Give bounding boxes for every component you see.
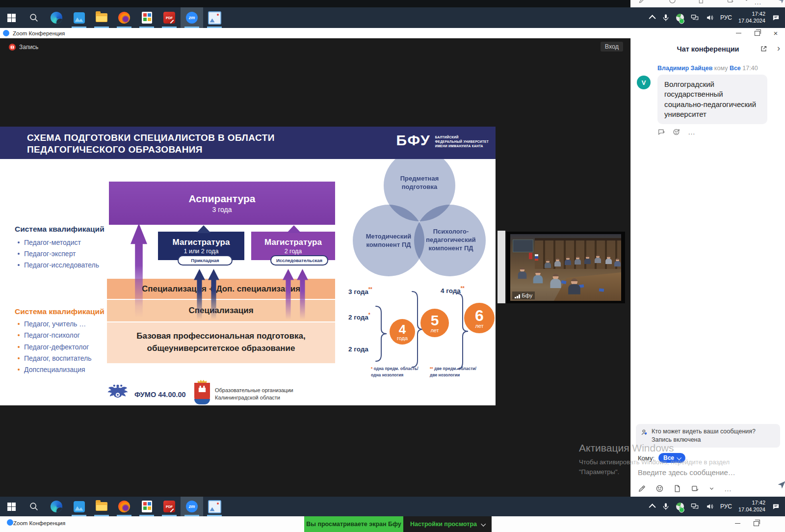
system-tray: РУС 17:4217.04.2024 <box>651 11 785 25</box>
action-center-icon[interactable] <box>772 503 780 510</box>
taskbar-photos[interactable] <box>68 497 90 516</box>
years-circle-6: 6лет <box>464 303 495 333</box>
participant <box>595 255 601 263</box>
add-reaction-icon[interactable] <box>673 128 680 136</box>
network-icon[interactable] <box>690 503 699 510</box>
taskbar-bottom: PDF zm РУС 17:4217.04.2024 <box>0 497 785 516</box>
file-icon <box>697 0 705 4</box>
minimize-button[interactable] <box>729 28 748 38</box>
microphone-icon[interactable] <box>662 503 670 510</box>
video-panel-handle[interactable] <box>497 231 505 303</box>
photos-icon <box>74 501 85 512</box>
qual-bottom-item: Педагог, учитель … <box>18 320 86 328</box>
defender-icon[interactable] <box>675 13 685 23</box>
volume-icon[interactable] <box>706 14 714 22</box>
file-icon[interactable] <box>673 484 681 493</box>
taskbar-document[interactable] <box>135 7 158 28</box>
tray-date: 17.04.2024 <box>738 506 765 512</box>
screenshot-icon[interactable] <box>691 484 699 493</box>
taskbar-zoom[interactable]: zm <box>181 7 203 28</box>
folder-icon <box>96 502 107 511</box>
image-viewer-icon <box>208 500 221 513</box>
clock[interactable]: 17:4217.04.2024 <box>738 11 765 25</box>
microphone-icon[interactable] <box>662 14 670 22</box>
reply-icon[interactable] <box>657 128 665 136</box>
years-circle-5: 5лет <box>420 309 449 337</box>
message-actions: … <box>657 128 778 136</box>
taskbar-edge[interactable] <box>45 497 68 516</box>
participant <box>565 257 571 265</box>
popout-icon[interactable] <box>760 45 767 53</box>
years5-unit: лет <box>430 327 439 333</box>
restore-button[interactable] <box>747 518 765 529</box>
magistratura-applied-title: Магистратура <box>158 238 244 247</box>
taskbar-firefox[interactable] <box>113 497 135 516</box>
signin-button[interactable]: Вход <box>601 42 623 52</box>
viewing-screen-text: Вы просматриваете экран Бфу <box>306 521 401 528</box>
message-to-label: кому <box>714 65 728 72</box>
taskbar-document[interactable] <box>135 497 158 516</box>
language-indicator[interactable]: РУС <box>720 503 732 510</box>
view-options-button[interactable]: Настройки просмотра <box>403 516 492 532</box>
defender-icon[interactable] <box>675 502 685 512</box>
logo-line2: ФЕДЕРАЛЬНЫЙ УНИВЕРСИТЕТ <box>435 140 489 143</box>
taskbar-photos[interactable] <box>68 7 90 28</box>
more-icon: … <box>754 0 762 6</box>
tray-expand-icon[interactable] <box>649 504 655 510</box>
magistratura-research-title: Магистратура <box>251 238 335 247</box>
taskbar-zoom[interactable]: zm <box>181 497 203 516</box>
message-input[interactable]: Введите здесь сообщение… <box>638 468 778 477</box>
network-icon[interactable] <box>690 14 699 22</box>
video-name-text: Бфу <box>522 293 533 298</box>
recipient-selector[interactable]: Все <box>658 453 685 463</box>
format-icon[interactable] <box>638 484 646 493</box>
search-button[interactable] <box>23 497 45 516</box>
taskbar-pdf[interactable]: PDF <box>158 7 181 28</box>
send-icon[interactable] <box>777 480 785 490</box>
start-button[interactable] <box>0 497 23 516</box>
search-button[interactable] <box>23 7 45 28</box>
cutoff-chat-toolbar: … <box>630 0 785 7</box>
volume-icon[interactable] <box>706 503 714 510</box>
collapse-chat-icon[interactable]: › <box>777 43 780 53</box>
footnote-1-mark: * <box>371 366 372 371</box>
restore-button[interactable] <box>748 28 766 38</box>
taskbar-explorer[interactable] <box>90 7 113 28</box>
tray-expand-icon[interactable] <box>649 15 655 22</box>
venn-label-subject: Предметная подготовка <box>385 175 454 191</box>
taskbar-pdf[interactable]: PDF <box>158 497 181 516</box>
compose-toolbar: … <box>638 484 778 493</box>
slide-title-line2: ПЕДАГОГИЧЕСКОГО ОБРАЗОВАНИЯ <box>27 144 275 156</box>
slide-header: СХЕМА ПОДГОТОВКИ СПЕЦИАЛИСТОВ В ОБЛАСТИ … <box>0 127 496 159</box>
taskbar-firefox[interactable] <box>113 7 135 28</box>
minimize-button[interactable] <box>728 518 747 529</box>
message-sender[interactable]: Владимир Зайцев <box>657 65 712 72</box>
recipient-selected: Все <box>663 454 674 461</box>
slide-title-line1: СХЕМА ПОДГОТОВКИ СПЕЦИАЛИСТОВ В ОБЛАСТИ <box>27 132 275 144</box>
years4-unit: года <box>397 335 408 341</box>
taskbar-viewer[interactable] <box>203 7 226 28</box>
chat-header: Чат конференции › <box>631 38 785 60</box>
more-compose-icon[interactable]: … <box>724 484 732 493</box>
taskbar-viewer[interactable] <box>203 497 226 516</box>
duration-row2: 2 года* <box>348 312 370 321</box>
windows-logo-icon <box>7 14 16 22</box>
qual-bottom-item: Педагог-дефектолог <box>18 343 89 351</box>
emoji-icon[interactable] <box>655 484 664 493</box>
chevron-down-icon[interactable] <box>708 485 715 492</box>
clock[interactable]: 17:4217.04.2024 <box>738 500 765 513</box>
participant-video-thumbnail[interactable]: Бфу <box>506 232 625 303</box>
start-button[interactable] <box>0 7 23 28</box>
close-button[interactable]: × <box>766 28 785 38</box>
message-recipient[interactable]: Все <box>730 65 741 72</box>
language-indicator[interactable]: РУС <box>720 14 732 21</box>
action-center-icon[interactable] <box>772 14 780 22</box>
venn-label-subject-l2: подготовка <box>385 183 454 191</box>
tray-time: 17:42 <box>752 500 765 505</box>
taskbar-edge[interactable] <box>45 7 68 28</box>
compose-to-label: Кому: <box>638 454 654 462</box>
footnote-1-l1: одна предм. область/ <box>374 366 419 371</box>
brace-small <box>373 305 389 362</box>
more-actions-icon[interactable]: … <box>688 128 696 136</box>
taskbar-explorer[interactable] <box>90 497 113 516</box>
